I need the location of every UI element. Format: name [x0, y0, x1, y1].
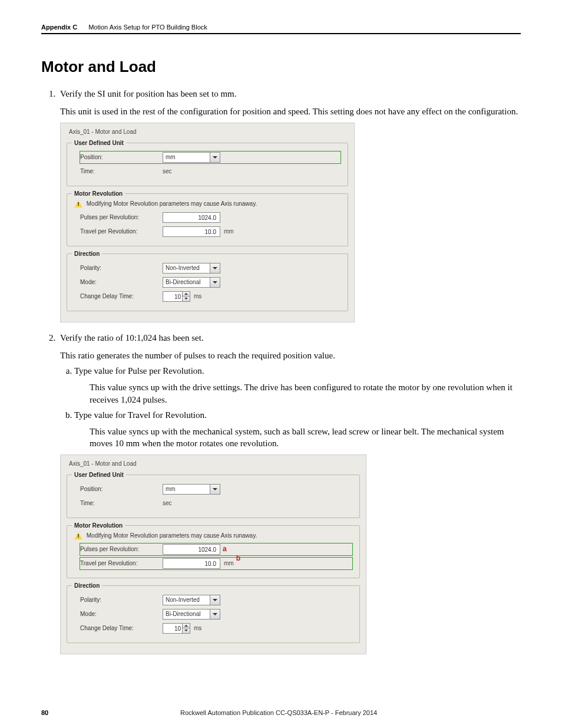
- mode-select[interactable]: Bi-Directional: [163, 277, 220, 288]
- mode-row: Mode: Bi-Directional: [80, 608, 352, 620]
- group-motor-revolution: Motor Revolution ! Modifying Motor Revol…: [67, 525, 360, 578]
- page-number: 80: [41, 709, 48, 716]
- chevron-down-icon[interactable]: [210, 153, 220, 162]
- spinner-down-icon[interactable]: [183, 628, 190, 633]
- spinner-up-icon[interactable]: [183, 624, 190, 629]
- delay-row: Change Delay Time: 10 ms: [80, 622, 352, 634]
- group-motor-revolution: Motor Revolution ! Modifying Motor Revol…: [67, 193, 348, 246]
- polarity-select-value: Non-Inverted: [166, 264, 200, 272]
- polarity-select-value: Non-Inverted: [166, 596, 200, 604]
- group-title-udu: User Defined Unit: [72, 471, 126, 479]
- panel-title: Axis_01 - Motor and Load: [69, 460, 360, 468]
- delay-label: Change Delay Time:: [80, 624, 163, 633]
- position-label: Position:: [80, 485, 163, 493]
- warning-row: ! Modifying Motor Revolution parameters …: [74, 200, 340, 208]
- warning-row: ! Modifying Motor Revolution parameters …: [74, 532, 352, 540]
- travel-row: Travel per Revolution: 10.0 mm b: [80, 558, 352, 569]
- mode-label: Mode:: [80, 278, 163, 286]
- delay-spinner[interactable]: 10: [163, 623, 190, 634]
- time-value: sec: [163, 167, 172, 176]
- travel-label: Travel per Revolution:: [80, 228, 163, 236]
- travel-row: Travel per Revolution: 10.0 mm: [80, 226, 340, 238]
- mode-label: Mode:: [80, 610, 163, 618]
- step-1-lead: Verify the SI unit for position has been…: [60, 89, 237, 98]
- callout-b: b: [236, 554, 240, 563]
- mode-select[interactable]: Bi-Directional: [163, 609, 220, 620]
- step-2a: Type value for Pulse per Revolution. Thi…: [74, 365, 521, 406]
- position-select[interactable]: mm: [163, 152, 220, 163]
- travel-input[interactable]: 10.0: [163, 226, 220, 237]
- time-row: Time: sec: [80, 166, 340, 177]
- chevron-down-icon[interactable]: [210, 610, 220, 619]
- travel-unit: mm: [224, 559, 234, 568]
- group-title-direction: Direction: [72, 582, 102, 590]
- group-title-mrev: Motor Revolution: [72, 190, 125, 198]
- header-subtitle: Motion Axis Setup for PTO Building Block: [88, 24, 207, 31]
- spinner-up-icon[interactable]: [183, 292, 190, 297]
- step-2-desc: This ratio generates the number of pulse…: [60, 350, 521, 361]
- delay-spinner[interactable]: 10: [163, 291, 190, 302]
- position-row: Position: mm: [80, 151, 340, 163]
- delay-unit: ms: [194, 624, 201, 633]
- polarity-select[interactable]: Non-Inverted: [163, 595, 220, 605]
- chevron-down-icon[interactable]: [210, 595, 220, 605]
- pulses-label: Pulses per Revolution:: [80, 545, 163, 554]
- time-value: sec: [163, 499, 172, 508]
- chevron-down-icon[interactable]: [210, 278, 220, 287]
- delay-unit: ms: [194, 292, 201, 301]
- step-2a-desc: This value syncs up with the drive setti…: [90, 381, 521, 406]
- pulses-input[interactable]: 1024.0: [163, 212, 220, 223]
- group-user-defined-unit: User Defined Unit Position: mm Time: sec: [67, 143, 348, 186]
- page-header: Appendix C Motion Axis Setup for PTO Bui…: [41, 24, 521, 34]
- page-footer: 80 Rockwell Automation Publication CC-QS…: [41, 709, 521, 716]
- step-2b: Type value for Travel for Revolution. Th…: [74, 409, 521, 450]
- spinner-down-icon[interactable]: [183, 297, 190, 301]
- step-2b-lead: Type value for Travel for Revolution.: [74, 410, 207, 420]
- time-row: Time: sec: [80, 498, 352, 509]
- chevron-down-icon[interactable]: [210, 485, 220, 494]
- polarity-row: Polarity: Non-Inverted: [80, 262, 340, 274]
- group-title-direction: Direction: [72, 250, 102, 258]
- travel-input[interactable]: 10.0: [163, 558, 220, 569]
- delay-value[interactable]: 10: [163, 623, 183, 634]
- group-user-defined-unit: User Defined Unit Position: mm Time: sec: [67, 475, 360, 518]
- polarity-label: Polarity:: [80, 264, 163, 272]
- mode-select-value: Bi-Directional: [166, 278, 200, 286]
- warning-text: Modifying Motor Revolution parameters ma…: [87, 532, 257, 539]
- step-1: Verify the SI unit for position has been…: [58, 88, 521, 322]
- warning-icon: !: [74, 532, 82, 539]
- delay-value[interactable]: 10: [163, 291, 183, 302]
- chevron-down-icon[interactable]: [210, 263, 220, 273]
- time-label: Time:: [80, 499, 163, 508]
- polarity-row: Polarity: Non-Inverted: [80, 594, 352, 606]
- step-1-desc: This unit is used in the rest of the con…: [60, 106, 521, 117]
- travel-label: Travel per Revolution:: [80, 559, 163, 568]
- step-2-lead: Verify the ratio of 10:1,024 has been se…: [60, 333, 204, 342]
- group-title-mrev: Motor Revolution: [72, 522, 125, 530]
- group-title-udu: User Defined Unit: [72, 139, 126, 147]
- pulses-row: Pulses per Revolution: 1024.0 a: [80, 543, 352, 555]
- motor-load-panel-2: Axis_01 - Motor and Load User Defined Un…: [60, 454, 366, 654]
- group-direction: Direction Polarity: Non-Inverted Mode: B…: [67, 585, 360, 643]
- position-select[interactable]: mm: [163, 484, 220, 495]
- pulses-label: Pulses per Revolution:: [80, 213, 163, 222]
- delay-label: Change Delay Time:: [80, 292, 163, 301]
- polarity-label: Polarity:: [80, 596, 163, 604]
- group-direction: Direction Polarity: Non-Inverted Mode: B…: [67, 253, 348, 311]
- polarity-select[interactable]: Non-Inverted: [163, 263, 220, 274]
- step-2a-lead: Type value for Pulse per Revolution.: [74, 366, 204, 375]
- mode-select-value: Bi-Directional: [166, 610, 200, 618]
- publication-line: Rockwell Automation Publication CC-QS033…: [48, 709, 509, 716]
- panel-title: Axis_01 - Motor and Load: [69, 128, 348, 136]
- motor-load-panel-1: Axis_01 - Motor and Load User Defined Un…: [60, 123, 355, 322]
- mode-row: Mode: Bi-Directional: [80, 276, 340, 288]
- section-heading: Motor and Load: [41, 58, 521, 76]
- step-2: Verify the ratio of 10:1,024 has been se…: [58, 332, 521, 654]
- position-select-value: mm: [166, 485, 176, 493]
- position-row: Position: mm: [80, 483, 352, 495]
- warning-icon: !: [74, 200, 82, 207]
- step-2b-desc: This value syncs up with the mechanical …: [90, 426, 521, 450]
- pulses-input[interactable]: 1024.0: [163, 544, 220, 555]
- warning-text: Modifying Motor Revolution parameters ma…: [87, 200, 257, 207]
- position-label: Position:: [80, 153, 163, 162]
